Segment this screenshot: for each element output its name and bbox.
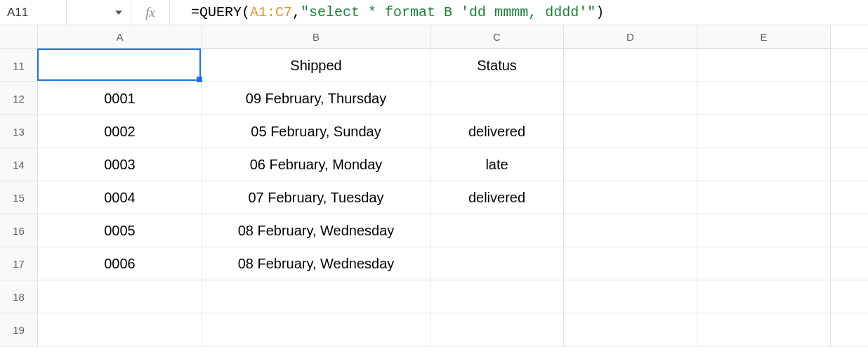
cell-D11[interactable]: [564, 49, 697, 82]
cell-C16[interactable]: [430, 214, 564, 247]
col-header-C[interactable]: C: [430, 25, 564, 48]
cell-C13[interactable]: delivered: [430, 115, 564, 148]
cell-C18[interactable]: [430, 280, 564, 313]
cell-E16[interactable]: [697, 214, 831, 247]
cell-B11[interactable]: Shipped: [202, 49, 430, 82]
col-header-B[interactable]: B: [202, 25, 430, 48]
cell-C15[interactable]: delivered: [430, 181, 564, 214]
cell-B19[interactable]: [202, 313, 430, 346]
cell-E18[interactable]: [697, 280, 831, 313]
cell-C17[interactable]: [430, 247, 564, 280]
cell-A17[interactable]: 0006: [38, 247, 202, 280]
cell-E11[interactable]: [697, 49, 831, 82]
cell-C19[interactable]: [430, 313, 564, 346]
chevron-down-icon: [115, 11, 122, 15]
cell-B15[interactable]: 07 February, Tuesday: [202, 181, 430, 214]
table-row: 18: [0, 280, 868, 313]
cell-A13[interactable]: 0002: [38, 115, 202, 148]
cell-B13[interactable]: 05 February, Sunday: [202, 115, 430, 148]
cell-E14[interactable]: [697, 148, 831, 181]
select-all-corner[interactable]: [0, 25, 38, 48]
cell-D19[interactable]: [564, 313, 697, 346]
formula-equals: =: [191, 4, 199, 20]
table-row: 14000306 February, Mondaylate: [0, 148, 868, 181]
cell-C12[interactable]: [430, 82, 564, 115]
formula-paren-close: ): [596, 4, 604, 20]
cell-D13[interactable]: [564, 115, 697, 148]
cell-A12[interactable]: 0001: [38, 82, 202, 115]
cell-B16[interactable]: 08 February, Wednesday: [202, 214, 430, 247]
row-header[interactable]: 17: [0, 247, 38, 280]
cell-D16[interactable]: [564, 214, 697, 247]
column-header-row: A B C D E: [0, 25, 868, 49]
row-header[interactable]: 16: [0, 214, 38, 247]
col-header-D[interactable]: D: [564, 25, 697, 48]
fx-label: fx: [131, 0, 170, 25]
cell-E19[interactable]: [697, 313, 831, 346]
cell-E17[interactable]: [697, 247, 831, 280]
cell-E12[interactable]: [697, 82, 831, 115]
cell-B12[interactable]: 09 February, Thursday: [202, 82, 430, 115]
cell-A19[interactable]: [38, 313, 202, 346]
cell-B14[interactable]: 06 February, Monday: [202, 148, 430, 181]
row-header[interactable]: 14: [0, 148, 38, 181]
cell-E15[interactable]: [697, 181, 831, 214]
table-row: 15000407 February, Tuesdaydelivered: [0, 181, 868, 214]
table-row: 17000608 February, Wednesday: [0, 247, 868, 280]
cell-A18[interactable]: [38, 280, 202, 313]
spreadsheet-grid: A B C D E 11IDShippedStatus12000109 Febr…: [0, 25, 868, 346]
cell-E13[interactable]: [697, 115, 831, 148]
formula-comma: ,: [292, 4, 301, 20]
table-row: 12000109 February, Thursday: [0, 82, 868, 115]
cell-D15[interactable]: [564, 181, 697, 214]
table-row: 13000205 February, Sundaydelivered: [0, 115, 868, 148]
formula-paren-open: (: [242, 4, 250, 20]
row-header[interactable]: 18: [0, 280, 38, 313]
cell-A14[interactable]: 0003: [38, 148, 202, 181]
row-header[interactable]: 15: [0, 181, 38, 214]
formula-bar: A11 fx =QUERY(A1:C7,"select * format B '…: [0, 0, 868, 25]
cell-C14[interactable]: late: [430, 148, 564, 181]
row-header[interactable]: 11: [0, 49, 38, 82]
cell-D18[interactable]: [564, 280, 697, 313]
cell-D12[interactable]: [564, 82, 697, 115]
cell-A16[interactable]: 0005: [38, 214, 202, 247]
cell-B18[interactable]: [202, 280, 430, 313]
formula-input[interactable]: =QUERY(A1:C7,"select * format B 'dd mmmm…: [170, 0, 868, 25]
cell-B17[interactable]: 08 February, Wednesday: [202, 247, 430, 280]
row-header[interactable]: 19: [0, 313, 38, 346]
table-row: 16000508 February, Wednesday: [0, 214, 868, 247]
table-row: 19: [0, 313, 868, 346]
col-header-A[interactable]: A: [38, 25, 202, 48]
col-header-E[interactable]: E: [697, 25, 831, 48]
row-header[interactable]: 12: [0, 82, 38, 115]
formula-function: QUERY: [199, 4, 242, 20]
cell-C11[interactable]: Status: [430, 49, 564, 82]
formula-range: A1:C7: [250, 4, 292, 20]
cell-A11[interactable]: ID: [38, 49, 202, 82]
name-box-dropdown[interactable]: [67, 0, 131, 25]
cell-D14[interactable]: [564, 148, 697, 181]
name-box[interactable]: A11: [0, 0, 67, 25]
cell-A15[interactable]: 0004: [38, 181, 202, 214]
table-row: 11IDShippedStatus: [0, 49, 868, 82]
row-header[interactable]: 13: [0, 115, 38, 148]
formula-string: "select * format B 'dd mmmm, dddd'": [301, 4, 596, 20]
cell-D17[interactable]: [564, 247, 697, 280]
